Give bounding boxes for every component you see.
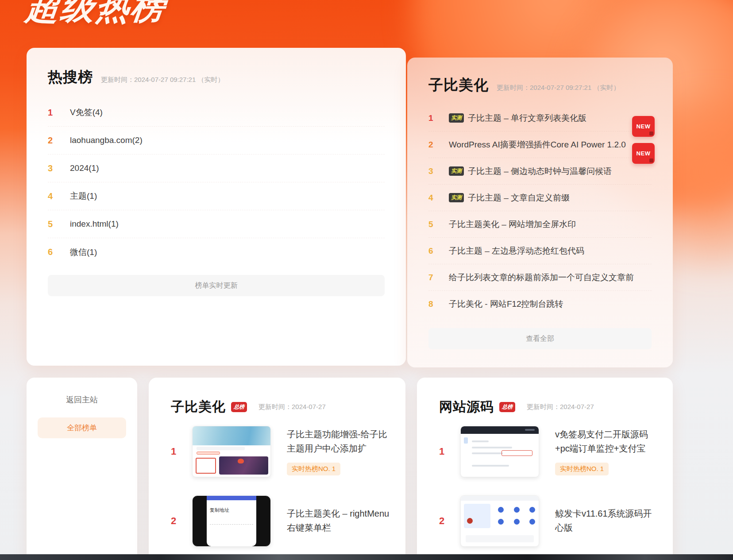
list-item[interactable]: 5 子比主题美化 – 网站增加全屏水印 bbox=[428, 211, 652, 238]
rank-number: 5 bbox=[428, 220, 449, 229]
item-text: 主题(1) bbox=[70, 190, 97, 202]
bottom-page-edge bbox=[0, 554, 733, 560]
rank-number: 2 bbox=[428, 140, 449, 150]
article-thumbnail bbox=[460, 426, 539, 477]
realtime-refresh-button[interactable]: 榜单实时更新 bbox=[48, 275, 385, 296]
article-title[interactable]: v免签易支付二开版源码+pc端订单监控+支付宝 bbox=[555, 428, 660, 456]
total-badge: 总榜 bbox=[499, 402, 515, 412]
view-all-button[interactable]: 查看全部 bbox=[428, 328, 652, 349]
zibi-beautify-card: 子比美化 更新时间：2024-07-27 09:27:21 （实时） 1 实测 … bbox=[407, 58, 673, 367]
item-text: 子比主题 – 左边悬浮动态抢红包代码 bbox=[449, 245, 584, 257]
update-time: 2024-07-27 bbox=[560, 403, 594, 410]
article-title[interactable]: 鲸发卡v11.61系统源码开心版 bbox=[555, 507, 660, 535]
item-text: V免签(4) bbox=[70, 107, 103, 118]
item-text: 子比主题 – 单行文章列表美化版 bbox=[468, 112, 586, 124]
rank-number: 4 bbox=[48, 191, 70, 201]
rank-number: 4 bbox=[428, 193, 449, 203]
tested-badge: 实测 bbox=[449, 166, 464, 176]
rank-number: 7 bbox=[428, 273, 449, 282]
list-item[interactable]: 3 2024(1) bbox=[48, 154, 385, 182]
list-item[interactable]: 4 主题(1) bbox=[48, 182, 385, 210]
item-text: 子比美化 - 网站F12控制台跳转 bbox=[449, 298, 563, 310]
update-time: 2024-07-27 09:27:21 bbox=[134, 76, 196, 83]
rank-number: 8 bbox=[428, 299, 449, 309]
item-text: 微信(1) bbox=[70, 247, 97, 258]
list-item[interactable]: 2 鲸发卡v11.61系统源码开心版 bbox=[439, 495, 673, 547]
list-item[interactable]: 1 实测 子比主题 – 单行文章列表美化版 bbox=[428, 105, 652, 131]
all-lists-button[interactable]: 全部榜单 bbox=[38, 417, 126, 438]
zibi-total-title: 子比美化 bbox=[171, 398, 226, 416]
copy-address-label: 复制地址 bbox=[210, 507, 254, 514]
update-time: 2024-07-27 09:27:21 bbox=[530, 84, 591, 91]
zibi-list: 1 实测 子比主题 – 单行文章列表美化版 2 WordPress AI摘要增强… bbox=[428, 105, 652, 317]
side-nav-card: 返回主站 全部榜单 bbox=[27, 378, 137, 560]
rank-number: 6 bbox=[428, 246, 449, 256]
realtime-no1-badge: 实时热榜NO. 1 bbox=[287, 463, 340, 475]
tested-badge: 实测 bbox=[449, 113, 464, 123]
list-item[interactable]: 4 实测 子比主题 – 文章自定义前缀 bbox=[428, 185, 652, 211]
realtime-label: （实时） bbox=[197, 76, 224, 83]
tested-badge: 实测 bbox=[449, 193, 464, 202]
realtime-no1-badge: 实时热榜NO. 1 bbox=[555, 463, 609, 475]
item-text: laohuangba.com(2) bbox=[70, 135, 143, 145]
rank-number: 5 bbox=[48, 219, 70, 229]
article-thumbnail bbox=[460, 495, 539, 547]
back-to-main-site-link[interactable]: 返回主站 bbox=[27, 394, 137, 405]
article-thumbnail bbox=[192, 426, 271, 477]
zibi-total-update: 更新时间：2024-07-27 bbox=[258, 403, 326, 411]
total-badge: 总榜 bbox=[231, 402, 247, 412]
rank-number: 2 bbox=[171, 515, 192, 527]
item-text: 2024(1) bbox=[70, 163, 99, 173]
page: 超级热榜 热搜榜 更新时间：2024-07-27 09:27:21 （实时） 1… bbox=[0, 0, 733, 560]
list-item[interactable]: 1 v免签易支付二开版源码+pc端订单监控+支付宝 实时热榜NO. 1 bbox=[439, 426, 673, 477]
article-thumbnail: 复制地址 bbox=[192, 495, 271, 547]
hot-search-card: 热搜榜 更新时间：2024-07-27 09:27:21 （实时） 1 V免签(… bbox=[27, 48, 406, 366]
list-item[interactable]: 1 子比主题功能增强-给子比主题用户中心添加扩 实时热榜NO. 1 bbox=[171, 426, 405, 477]
site-source-card: 网站源码 总榜 更新时间：2024-07-27 1 v免签易支付二开版源码+pc… bbox=[417, 378, 673, 560]
new-badge: NEW bbox=[632, 143, 655, 164]
article-title[interactable]: 子比主题功能增强-给子比主题用户中心添加扩 bbox=[287, 428, 391, 456]
list-item[interactable]: 1 V免签(4) bbox=[48, 99, 385, 127]
rank-number: 6 bbox=[48, 247, 70, 257]
article-title[interactable]: 子比主题美化 – rightMenu右键菜单栏 bbox=[287, 507, 391, 535]
list-item[interactable]: 6 微信(1) bbox=[48, 238, 385, 266]
item-text: 子比主题 – 文章自定义前缀 bbox=[468, 192, 570, 204]
update-label: 更新时间： bbox=[527, 403, 560, 410]
rank-number: 3 bbox=[428, 166, 449, 176]
hot-search-update: 更新时间：2024-07-27 09:27:21 （实时） bbox=[101, 76, 224, 84]
zibi-title: 子比美化 bbox=[428, 75, 489, 95]
rank-number: 2 bbox=[48, 135, 70, 146]
update-time: 2024-07-27 bbox=[292, 403, 326, 410]
zibi-update: 更新时间：2024-07-27 09:27:21 （实时） bbox=[497, 84, 620, 92]
rank-number: 1 bbox=[428, 113, 449, 123]
new-badge: NEW bbox=[632, 116, 655, 137]
list-item[interactable]: 6 子比主题 – 左边悬浮动态抢红包代码 bbox=[428, 238, 652, 264]
realtime-label: （实时） bbox=[593, 84, 620, 91]
item-text: 子比主题美化 – 网站增加全屏水印 bbox=[449, 219, 576, 230]
hot-search-title: 热搜榜 bbox=[48, 67, 93, 87]
list-item[interactable]: 2 laohuangba.com(2) bbox=[48, 127, 385, 154]
list-item[interactable]: 7 给子比列表文章的标题前添加一个可自定义文章前 bbox=[428, 264, 652, 291]
list-item[interactable]: 2 WordPress AI摘要增强插件Core AI Power 1.2.0 bbox=[428, 131, 652, 158]
rank-number: 1 bbox=[171, 446, 192, 457]
update-label: 更新时间： bbox=[101, 76, 134, 83]
hot-search-list: 1 V免签(4) 2 laohuangba.com(2) 3 2024(1) 4… bbox=[48, 99, 385, 266]
site-logo: 超级热榜 bbox=[23, 0, 168, 31]
rank-number: 2 bbox=[439, 515, 460, 527]
rank-number: 1 bbox=[48, 108, 70, 118]
list-item[interactable]: 5 index.html(1) bbox=[48, 210, 385, 238]
site-source-title: 网站源码 bbox=[439, 398, 494, 416]
site-source-update: 更新时间：2024-07-27 bbox=[527, 403, 594, 411]
rank-number: 3 bbox=[48, 163, 70, 174]
item-text: 给子比列表文章的标题前添加一个可自定义文章前 bbox=[449, 272, 634, 283]
item-text: index.html(1) bbox=[70, 219, 119, 229]
item-text: 子比主题 – 侧边动态时钟与温馨问候语 bbox=[468, 166, 612, 177]
item-text: WordPress AI摘要增强插件Core AI Power 1.2.0 bbox=[449, 139, 626, 151]
update-label: 更新时间： bbox=[258, 403, 292, 410]
rank-number: 1 bbox=[439, 446, 460, 457]
list-item[interactable]: 2 复制地址 子比主题美化 – rightMenu右键菜单栏 bbox=[171, 495, 405, 547]
zibi-total-card: 子比美化 总榜 更新时间：2024-07-27 1 子比主题功能增强-给子比主题… bbox=[149, 378, 405, 560]
update-label: 更新时间： bbox=[497, 84, 530, 91]
list-item[interactable]: 8 子比美化 - 网站F12控制台跳转 bbox=[428, 291, 652, 317]
list-item[interactable]: 3 实测 子比主题 – 侧边动态时钟与温馨问候语 bbox=[428, 158, 652, 185]
